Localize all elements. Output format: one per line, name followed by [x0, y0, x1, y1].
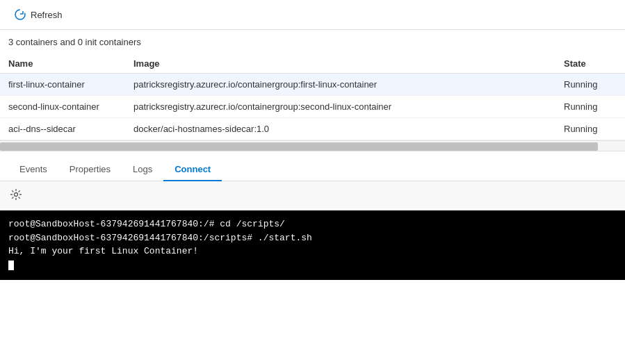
- svg-point-0: [15, 10, 25, 19]
- table-row[interactable]: first-linux-containerpatricksregistry.az…: [0, 74, 625, 96]
- col-header-image: Image: [125, 54, 555, 74]
- refresh-button[interactable]: Refresh: [8, 6, 68, 24]
- settings-bar: [0, 181, 625, 210]
- terminal-cursor: [8, 260, 14, 270]
- terminal-cursor-line: [8, 258, 617, 272]
- terminal-line: Hi, I'm your first Linux Container!: [8, 245, 617, 258]
- container-state: Running: [555, 74, 625, 96]
- col-header-name: Name: [0, 54, 125, 74]
- container-image: patricksregistry.azurecr.io/containergro…: [125, 96, 555, 118]
- terminal-line: root@SandboxHost-637942691441767840:/# c…: [8, 217, 617, 231]
- scrollbar-thumb: [0, 142, 598, 151]
- horizontal-scrollbar[interactable]: [0, 140, 625, 151]
- container-state: Running: [555, 118, 625, 140]
- tab-properties[interactable]: Properties: [58, 158, 122, 181]
- tab-connect[interactable]: Connect: [163, 158, 222, 181]
- tab-events[interactable]: Events: [8, 158, 58, 181]
- container-name: aci--dns--sidecar: [0, 118, 125, 140]
- terminal-line: root@SandboxHost-637942691441767840:/scr…: [8, 231, 617, 245]
- settings-button[interactable]: [8, 187, 24, 204]
- container-name: first-linux-container: [0, 74, 125, 96]
- refresh-icon: [14, 8, 26, 21]
- tabs-bar: EventsPropertiesLogsConnect: [0, 158, 625, 181]
- refresh-label: Refresh: [31, 10, 63, 20]
- container-image: patricksregistry.azurecr.io/containergro…: [125, 74, 555, 96]
- containers-summary: 3 containers and 0 init containers: [0, 30, 625, 54]
- svg-point-1: [15, 193, 18, 197]
- container-name: second-linux-container: [0, 96, 125, 118]
- toolbar: Refresh: [0, 0, 625, 30]
- bottom-section: EventsPropertiesLogsConnect root@Sandbox…: [0, 158, 625, 280]
- summary-text: 3 containers and 0 init containers: [8, 37, 141, 47]
- gear-icon: [10, 188, 22, 201]
- table-row[interactable]: aci--dns--sidecardocker/aci-hostnames-si…: [0, 118, 625, 140]
- terminal[interactable]: root@SandboxHost-637942691441767840:/# c…: [0, 210, 625, 280]
- table-row[interactable]: second-linux-containerpatricksregistry.a…: [0, 96, 625, 118]
- containers-table: Name Image State first-linux-containerpa…: [0, 54, 625, 140]
- container-state: Running: [555, 96, 625, 118]
- col-header-state: State: [555, 54, 625, 74]
- container-image: docker/aci-hostnames-sidecar:1.0: [125, 118, 555, 140]
- tab-logs[interactable]: Logs: [122, 158, 163, 181]
